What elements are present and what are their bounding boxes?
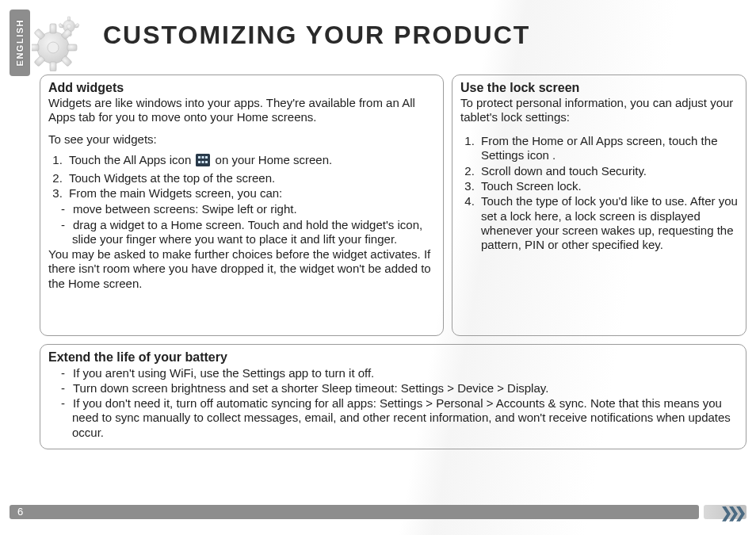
svg-point-19 bbox=[48, 42, 59, 53]
svg-rect-23 bbox=[205, 156, 208, 159]
card-text: You may be asked to make further choices… bbox=[48, 247, 435, 291]
card-heading: Use the lock screen bbox=[460, 80, 738, 96]
svg-rect-25 bbox=[202, 161, 204, 163]
list-item: From the main Widgets screen, you can: bbox=[66, 186, 435, 201]
list-item: If you don't need it, turn off automatic… bbox=[53, 396, 738, 440]
card-lock-screen: Use the lock screen To protect personal … bbox=[452, 75, 746, 336]
svg-rect-24 bbox=[198, 161, 200, 163]
card-add-widgets: Add widgets Widgets are like windows int… bbox=[40, 75, 444, 336]
dash-list: If you aren't using WiFi, use the Settin… bbox=[53, 366, 738, 440]
svg-rect-14 bbox=[67, 44, 77, 51]
card-text: To see your widgets: bbox=[48, 132, 435, 147]
gears-icon bbox=[32, 10, 94, 71]
ordered-list: Touch the All Apps icon bbox=[66, 153, 435, 201]
svg-rect-11 bbox=[50, 24, 56, 33]
page-title: CUSTOMIZING YOUR PRODUCT bbox=[103, 21, 530, 50]
footer-bar: 6 ❯❯❯ bbox=[10, 505, 746, 519]
ordered-list: From the Home or All Apps screen, touch … bbox=[478, 134, 738, 252]
dash-list: move between screens: Swipe left or righ… bbox=[53, 202, 435, 246]
svg-rect-1 bbox=[67, 17, 70, 21]
card-battery: Extend the life of your battery If you a… bbox=[40, 344, 746, 449]
svg-rect-20 bbox=[196, 154, 210, 166]
list-item: Touch Screen lock. bbox=[478, 179, 738, 193]
all-apps-icon bbox=[196, 154, 210, 170]
card-text: To protect personal information, you can… bbox=[460, 96, 738, 125]
card-heading: Add widgets bbox=[48, 80, 435, 96]
svg-rect-22 bbox=[202, 156, 204, 159]
svg-rect-26 bbox=[205, 161, 208, 163]
svg-rect-21 bbox=[198, 156, 200, 159]
svg-rect-12 bbox=[50, 62, 56, 71]
card-heading: Extend the life of your battery bbox=[48, 350, 738, 365]
page-number: 6 bbox=[17, 505, 24, 519]
card-text: Widgets are like windows into your apps.… bbox=[48, 96, 435, 125]
list-item: move between screens: Swipe left or righ… bbox=[53, 202, 435, 216]
list-item: Scroll down and touch Security. bbox=[478, 164, 738, 178]
list-item: From the Home or All Apps screen, touch … bbox=[478, 134, 738, 163]
page-content: Add widgets Widgets are like windows int… bbox=[40, 75, 746, 449]
list-item: If you aren't using WiFi, use the Settin… bbox=[53, 366, 738, 380]
footer-fill bbox=[10, 505, 699, 519]
list-item: Touch the type of lock you'd like to use… bbox=[478, 194, 738, 252]
language-tab: ENGLISH bbox=[10, 10, 30, 76]
language-tab-label: ENGLISH bbox=[15, 19, 25, 66]
svg-point-9 bbox=[67, 24, 71, 29]
list-item: Turn down screen brightness and set a sh… bbox=[53, 381, 738, 396]
list-item: Touch Widgets at the top of the screen. bbox=[66, 171, 435, 185]
chevrons-icon: ❯❯❯ bbox=[720, 504, 742, 522]
list-item: Touch the All Apps icon bbox=[66, 153, 435, 170]
list-item: drag a widget to a Home screen. Touch an… bbox=[53, 218, 435, 247]
svg-rect-13 bbox=[32, 44, 39, 51]
